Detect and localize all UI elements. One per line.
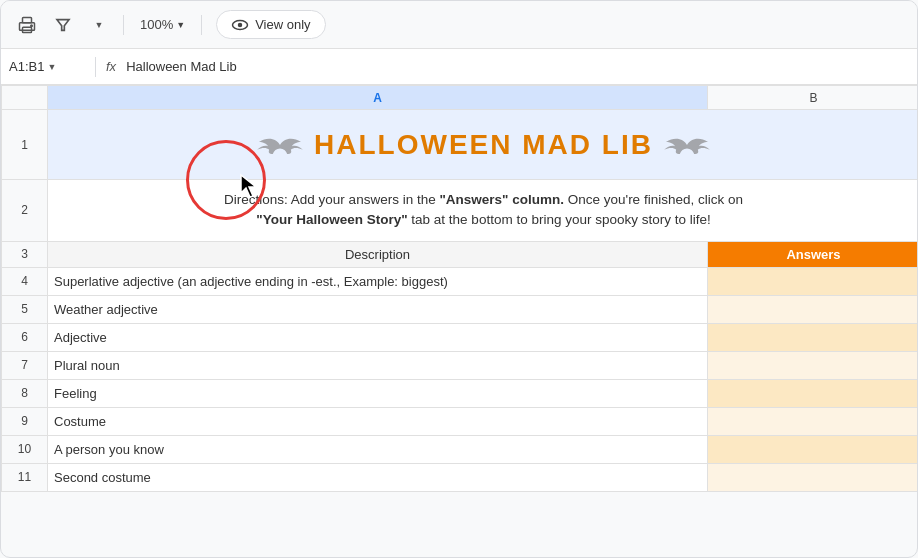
answer-cell-10[interactable] bbox=[708, 435, 918, 463]
title-row: 1 HALLOWEEN MAD LIB bbox=[2, 110, 918, 180]
svg-marker-4 bbox=[57, 19, 69, 30]
spreadsheet-grid: A B 1 HALLOWEEN MAD LIB bbox=[1, 85, 917, 492]
svg-rect-0 bbox=[23, 17, 32, 22]
zoom-control[interactable]: 100% ▼ bbox=[134, 13, 191, 36]
table-row: 7 Plural noun bbox=[2, 351, 918, 379]
row-num-2: 2 bbox=[2, 180, 48, 242]
desc-cell-5: Weather adjective bbox=[48, 295, 708, 323]
row-num-5: 5 bbox=[2, 295, 48, 323]
answer-cell-11[interactable] bbox=[708, 463, 918, 491]
cell-ref-dropdown[interactable]: ▼ bbox=[47, 62, 56, 72]
cell-reference: A1:B1 ▼ bbox=[9, 59, 89, 74]
table-row: 5 Weather adjective bbox=[2, 295, 918, 323]
formula-bar-divider bbox=[95, 57, 96, 77]
desc-cell-8: Feeling bbox=[48, 379, 708, 407]
row-num-1: 1 bbox=[2, 110, 48, 180]
fx-label: fx bbox=[106, 59, 116, 74]
table-row: 10 A person you know bbox=[2, 435, 918, 463]
answer-cell-5[interactable] bbox=[708, 295, 918, 323]
header-row: 3 Description Answers bbox=[2, 241, 918, 267]
toolbar-divider-2 bbox=[201, 15, 202, 35]
row-num-6: 6 bbox=[2, 323, 48, 351]
table-row: 6 Adjective bbox=[2, 323, 918, 351]
table-row: 11 Second costume bbox=[2, 463, 918, 491]
bat-left-icon bbox=[256, 131, 304, 159]
svg-point-3 bbox=[31, 25, 33, 27]
toolbar-divider-1 bbox=[123, 15, 124, 35]
toolbar: ▼ 100% ▼ View only bbox=[1, 1, 917, 49]
directions-cell: Directions: Add your answers in the "Ans… bbox=[48, 180, 918, 242]
filter-icon[interactable] bbox=[49, 11, 77, 39]
table-row: 8 Feeling bbox=[2, 379, 918, 407]
cell-ref-value: A1:B1 bbox=[9, 59, 44, 74]
title-cell: HALLOWEEN MAD LIB bbox=[48, 110, 918, 180]
formula-bar: A1:B1 ▼ fx Halloween Mad Lib bbox=[1, 49, 917, 85]
header-answers-cell: Answers bbox=[708, 241, 918, 267]
print-icon[interactable] bbox=[13, 11, 41, 39]
col-header-a[interactable]: A bbox=[48, 86, 708, 110]
answer-cell-6[interactable] bbox=[708, 323, 918, 351]
header-description-cell: Description bbox=[48, 241, 708, 267]
view-only-button[interactable]: View only bbox=[216, 10, 325, 39]
answer-cell-8[interactable] bbox=[708, 379, 918, 407]
title-inner: HALLOWEEN MAD LIB bbox=[48, 110, 917, 179]
zoom-dropdown-icon: ▼ bbox=[176, 20, 185, 30]
desc-cell-4: Superlative adjective (an adjective endi… bbox=[48, 267, 708, 295]
title-text: HALLOWEEN MAD LIB bbox=[314, 129, 653, 161]
desc-cell-6: Adjective bbox=[48, 323, 708, 351]
view-only-label: View only bbox=[255, 17, 310, 32]
desc-cell-9: Costume bbox=[48, 407, 708, 435]
desc-cell-10: A person you know bbox=[48, 435, 708, 463]
answer-cell-7[interactable] bbox=[708, 351, 918, 379]
row-num-11: 11 bbox=[2, 463, 48, 491]
row-num-8: 8 bbox=[2, 379, 48, 407]
row-num-10: 10 bbox=[2, 435, 48, 463]
desc-cell-7: Plural noun bbox=[48, 351, 708, 379]
answer-cell-9[interactable] bbox=[708, 407, 918, 435]
desc-cell-11: Second costume bbox=[48, 463, 708, 491]
answer-cell-4[interactable] bbox=[708, 267, 918, 295]
row-num-9: 9 bbox=[2, 407, 48, 435]
row-num-7: 7 bbox=[2, 351, 48, 379]
table-row: 9 Costume bbox=[2, 407, 918, 435]
zoom-level: 100% bbox=[140, 17, 173, 32]
col-header-b[interactable]: B bbox=[708, 86, 918, 110]
row-num-3: 3 bbox=[2, 241, 48, 267]
row-num-4: 4 bbox=[2, 267, 48, 295]
corner-header bbox=[2, 86, 48, 110]
table-row: 4 Superlative adjective (an adjective en… bbox=[2, 267, 918, 295]
column-header-row: A B bbox=[2, 86, 918, 110]
svg-point-6 bbox=[238, 22, 243, 27]
formula-value: Halloween Mad Lib bbox=[126, 59, 237, 74]
spreadsheet-wrapper: A B 1 HALLOWEEN MAD LIB bbox=[1, 85, 917, 492]
spreadsheet-table: A B 1 HALLOWEEN MAD LIB bbox=[1, 85, 917, 492]
filter-dropdown-icon[interactable]: ▼ bbox=[85, 11, 113, 39]
bat-right-icon bbox=[663, 131, 711, 159]
directions-row: 2 Directions: Add your answers in the "A… bbox=[2, 180, 918, 242]
